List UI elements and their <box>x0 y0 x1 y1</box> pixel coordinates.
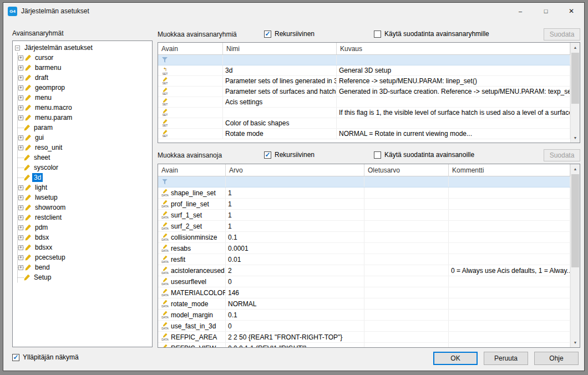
expand-icon[interactable] <box>18 205 23 210</box>
tree-item-light[interactable]: light <box>18 183 151 192</box>
table-row[interactable]: Color of basic shapes <box>158 118 570 129</box>
expand-icon[interactable] <box>18 55 23 60</box>
tree-item-gui[interactable]: gui <box>18 133 151 143</box>
expand-icon[interactable] <box>18 195 23 200</box>
scrollbar-thumb[interactable] <box>571 174 579 267</box>
tree-item-param[interactable]: param <box>18 123 151 133</box>
vertical-scrollbar[interactable] <box>570 43 580 143</box>
table-row[interactable]: REFPIC_AREA 2 2 50 {REAR1 "FRONT-RIGHT-T… <box>158 332 570 343</box>
column-header-nimi[interactable]: Nimi <box>223 43 337 54</box>
minimize-icon[interactable]: – <box>508 3 533 19</box>
tree-item-reso-unit[interactable]: reso_unit <box>18 143 151 153</box>
keywords-use-filter-checkbox[interactable]: Käytä suodatinta avainsanoille <box>374 151 474 159</box>
expand-icon[interactable] <box>18 95 23 100</box>
ok-button[interactable]: OK <box>433 352 478 365</box>
table-row[interactable]: prof_line_set 1 <box>158 199 570 210</box>
filter-row[interactable] <box>158 55 570 65</box>
column-header-oletusarvo[interactable]: Oletusarvo <box>364 164 449 176</box>
expand-icon[interactable] <box>18 75 23 80</box>
column-header-avain[interactable]: Avain <box>158 43 223 54</box>
groups-use-filter-checkbox[interactable]: Käytä suodatinta avainsanaryhmille <box>374 30 489 38</box>
table-row[interactable]: resabs 0.0001 <box>158 243 570 254</box>
expand-icon[interactable] <box>18 145 23 150</box>
collapse-icon[interactable] <box>15 45 20 50</box>
table-row[interactable]: use_fast_in_3d 0 <box>158 321 570 332</box>
scroll-up-icon[interactable] <box>571 43 580 52</box>
tree-item-showroom[interactable]: showroom <box>18 202 151 212</box>
groups-filter-button[interactable]: Suodata <box>544 28 580 40</box>
checkbox-checked-icon[interactable] <box>264 31 271 38</box>
tree-item-menu-param[interactable]: menu.param <box>18 113 151 123</box>
expand-icon[interactable] <box>18 85 23 90</box>
scroll-down-icon[interactable] <box>571 133 580 143</box>
expand-icon[interactable] <box>18 105 23 110</box>
table-row[interactable]: REFPIC_VIEW 0 0 0 1 1 {REVI1 "RIGHT"} <box>158 343 570 347</box>
tree-item-syscolor[interactable]: syscolor <box>18 163 151 173</box>
column-header-arvo[interactable]: Arvo <box>226 164 364 176</box>
column-header-kuvaus[interactable]: Kuvaus <box>337 43 570 54</box>
tree-item-barmenu[interactable]: barmenu <box>18 63 151 73</box>
table-row[interactable]: usesurflevel 0 <box>158 276 570 287</box>
tree-item-geomprop[interactable]: geomprop <box>18 83 151 93</box>
tree-item-cursor[interactable]: cursor <box>18 53 151 63</box>
table-row[interactable]: acistoleranceused 2 0 = Always use Acis … <box>158 265 570 276</box>
expand-icon[interactable] <box>18 255 23 260</box>
tree-item-bend[interactable]: bend <box>18 262 151 272</box>
tree-item-menu[interactable]: menu <box>18 93 151 103</box>
keywords-filter-button[interactable]: Suodata <box>544 149 580 161</box>
table-row[interactable]: Parameter sets of lines generated in 3D.… <box>158 76 570 87</box>
tree-item-pdm[interactable]: pdm <box>18 222 151 232</box>
scrollbar-thumb[interactable] <box>571 53 579 104</box>
admin-view-checkbox[interactable]: Ylläpitäjän näkymä <box>12 353 79 361</box>
checkbox-checked-icon[interactable] <box>264 151 271 159</box>
table-row[interactable]: If this flag is 1, the visible level of … <box>158 108 570 118</box>
table-row[interactable]: surf_1_set 1 <box>158 210 570 221</box>
help-button[interactable]: Ohje <box>534 352 579 365</box>
cancel-button[interactable]: Peruuta <box>484 352 528 365</box>
tree-item-setup[interactable]: Setup <box>18 272 151 282</box>
table-row[interactable]: collisionminsize 0.1 <box>158 232 570 243</box>
checkbox-unchecked-icon[interactable] <box>374 151 381 159</box>
close-icon[interactable]: ✕ <box>559 3 584 19</box>
scroll-down-icon[interactable] <box>571 338 580 347</box>
tree-item-restclient[interactable]: restclient <box>18 212 151 222</box>
table-row[interactable]: Acis settings <box>158 97 570 108</box>
expand-icon[interactable] <box>18 225 23 230</box>
table-row[interactable]: MATERIALCOLOR 146 <box>158 287 570 298</box>
keywords-recursive-checkbox[interactable]: Rekursiivinen <box>264 151 315 159</box>
table-row[interactable]: shape_line_set 1 <box>158 188 570 199</box>
expand-icon[interactable] <box>18 215 23 220</box>
tree-item-menu-macro[interactable]: menu.macro <box>18 103 151 113</box>
expand-icon[interactable] <box>18 135 23 140</box>
column-header-kommentti[interactable]: Kommentti <box>449 164 570 176</box>
table-row[interactable]: Parameter sets of surfaces and hatches G… <box>158 87 570 97</box>
table-row[interactable]: surf_2_set 1 <box>158 221 570 232</box>
tree-item-draft[interactable]: draft <box>18 73 151 83</box>
checkbox-unchecked-icon[interactable] <box>374 31 381 38</box>
tree-item-sheet[interactable]: sheet <box>18 153 151 163</box>
filter-row[interactable] <box>158 176 570 188</box>
maximize-icon[interactable]: □ <box>533 3 559 19</box>
column-header-avain[interactable]: Avain <box>158 164 226 176</box>
scroll-up-icon[interactable] <box>571 164 580 174</box>
table-row[interactable]: model_margin 0.1 <box>158 310 570 321</box>
table-row[interactable]: resfit 0.01 <box>158 254 570 265</box>
tree-item-bdsx[interactable]: bdsx <box>18 232 151 242</box>
expand-icon[interactable] <box>18 245 23 250</box>
expand-icon[interactable] <box>18 185 23 190</box>
tree-item-lwsetup[interactable]: lwsetup <box>18 192 151 202</box>
table-row[interactable]: Rotate mode NORMAL = Rotate in current v… <box>158 129 570 139</box>
vertical-scrollbar[interactable] <box>570 164 580 347</box>
tree-item-bdsxx[interactable]: bdsxx <box>18 242 151 252</box>
table-row[interactable]: 3d General 3D setup <box>158 65 570 76</box>
expand-icon[interactable] <box>18 115 23 120</box>
expand-icon[interactable] <box>18 65 23 70</box>
expand-icon[interactable] <box>18 235 23 240</box>
expand-icon[interactable] <box>18 265 23 270</box>
tree-item-3d[interactable]: 3d <box>18 173 151 183</box>
tree-item-pcecsetup[interactable]: pcecsetup <box>18 252 151 262</box>
tree-root-item[interactable]: Järjestelmän asetukset <box>14 43 151 53</box>
checkbox-checked-icon[interactable] <box>12 354 19 361</box>
groups-recursive-checkbox[interactable]: Rekursiivinen <box>264 30 315 38</box>
table-row[interactable]: rotate_mode NORMAL <box>158 298 570 310</box>
